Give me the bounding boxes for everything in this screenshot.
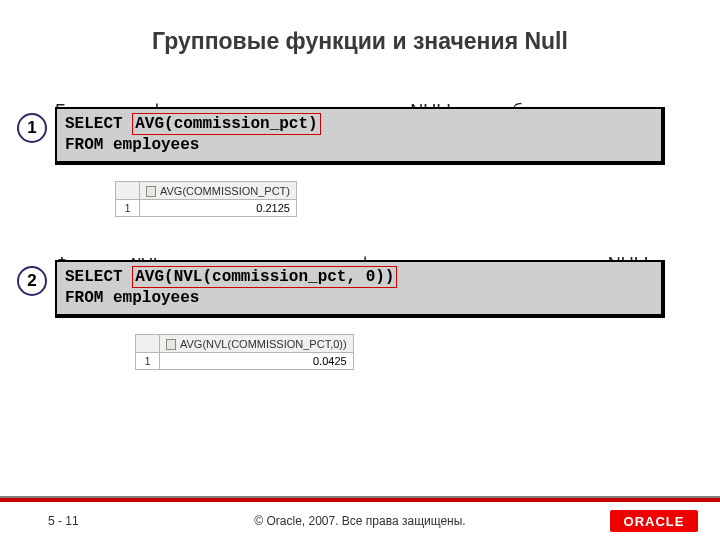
result-grid-2: AVG(NVL(COMMISSION_PCT,0)) 1 0.0425 xyxy=(135,334,354,370)
highlight-avg: AVG(commission_pct) xyxy=(132,113,320,135)
step-number-1: 1 xyxy=(17,113,47,143)
row-header-blank xyxy=(136,335,160,353)
code-line: SELECT AVG(commission_pct) xyxy=(65,113,653,135)
row-header-blank xyxy=(116,181,140,199)
sql-keyword-select: SELECT xyxy=(65,268,132,286)
column-icon xyxy=(166,339,176,350)
code-line: FROM employees xyxy=(65,135,653,155)
row-number: 1 xyxy=(136,353,160,370)
slide: Групповые функции и значения Null Группо… xyxy=(0,0,720,540)
result-grid-1: AVG(COMMISSION_PCT) 1 0.2125 xyxy=(115,181,297,217)
row-number: 1 xyxy=(116,199,140,216)
result-column-header: AVG(COMMISSION_PCT) xyxy=(140,181,297,199)
result-column-header: AVG(NVL(COMMISSION_PCT,0)) xyxy=(160,335,354,353)
result-cell: 0.0425 xyxy=(160,353,354,370)
result-header-text: AVG(COMMISSION_PCT) xyxy=(160,185,290,197)
code-line: SELECT AVG(NVL(commission_pct, 0)) xyxy=(65,266,653,288)
column-icon xyxy=(146,186,156,197)
highlight-avg-nvl: AVG(NVL(commission_pct, 0)) xyxy=(132,266,397,288)
oracle-logo: ORACLE xyxy=(610,510,698,532)
sql-keyword-select: SELECT xyxy=(65,115,132,133)
code-block-1-row: 1 SELECT AVG(commission_pct) FROM employ… xyxy=(55,107,665,165)
result-cell: 0.2125 xyxy=(140,199,297,216)
slide-title: Групповые функции и значения Null xyxy=(0,0,720,55)
code-line: FROM employees xyxy=(65,288,653,308)
code-block-2: SELECT AVG(NVL(commission_pct, 0)) FROM … xyxy=(55,260,665,318)
slide-body: Групповые функции игнорируют значения NU… xyxy=(55,100,665,370)
step-number-2: 2 xyxy=(17,266,47,296)
code-block-1: SELECT AVG(commission_pct) FROM employee… xyxy=(55,107,665,165)
footer-divider xyxy=(0,498,720,502)
result-header-text: AVG(NVL(COMMISSION_PCT,0)) xyxy=(180,338,347,350)
code-block-2-row: 2 SELECT AVG(NVL(commission_pct, 0)) FRO… xyxy=(55,260,665,318)
